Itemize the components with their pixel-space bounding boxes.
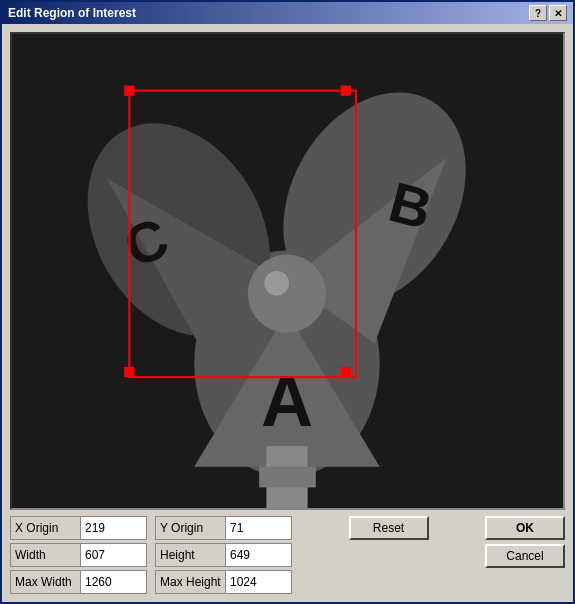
max-width-row: Max Width	[10, 570, 147, 594]
width-input[interactable]	[81, 544, 146, 566]
action-buttons: Reset	[349, 516, 429, 540]
svg-rect-15	[341, 367, 351, 377]
right-fields: Y Origin Height Max Height	[155, 516, 292, 594]
window-content: A C B	[2, 24, 573, 602]
x-origin-input[interactable]	[81, 517, 146, 539]
fan-image: A C B	[12, 34, 563, 508]
left-fields: X Origin Width Max Width	[10, 516, 147, 594]
ok-cancel-buttons: OK Cancel	[485, 516, 565, 568]
svg-point-5	[264, 271, 289, 296]
y-origin-label: Y Origin	[156, 517, 226, 539]
y-origin-row: Y Origin	[155, 516, 292, 540]
max-width-label: Max Width	[11, 571, 81, 593]
help-button[interactable]: ?	[529, 5, 547, 21]
y-origin-input[interactable]	[226, 517, 291, 539]
svg-rect-14	[124, 367, 134, 377]
svg-point-4	[248, 255, 326, 333]
max-width-input[interactable]	[81, 571, 146, 593]
title-bar: Edit Region of Interest ? ✕	[2, 2, 573, 24]
width-label: Width	[11, 544, 81, 566]
max-height-label: Max Height	[156, 571, 226, 593]
svg-rect-13	[341, 86, 351, 96]
window-title: Edit Region of Interest	[8, 6, 136, 20]
reset-button[interactable]: Reset	[349, 516, 429, 540]
width-row: Width	[10, 543, 147, 567]
svg-rect-12	[124, 86, 134, 96]
image-area[interactable]: A C B	[10, 32, 565, 510]
height-row: Height	[155, 543, 292, 567]
height-label: Height	[156, 544, 226, 566]
ok-button[interactable]: OK	[485, 516, 565, 540]
fields-section: X Origin Width Max Width	[10, 516, 292, 594]
max-height-row: Max Height	[155, 570, 292, 594]
bottom-controls: X Origin Width Max Width	[10, 516, 565, 594]
title-bar-buttons: ? ✕	[529, 5, 567, 21]
height-input[interactable]	[226, 544, 291, 566]
cancel-button[interactable]: Cancel	[485, 544, 565, 568]
x-origin-label: X Origin	[11, 517, 81, 539]
main-window: Edit Region of Interest ? ✕	[0, 0, 575, 604]
max-height-input[interactable]	[226, 571, 291, 593]
x-origin-row: X Origin	[10, 516, 147, 540]
close-button[interactable]: ✕	[549, 5, 567, 21]
svg-rect-10	[259, 467, 316, 488]
svg-text:A: A	[261, 361, 313, 441]
